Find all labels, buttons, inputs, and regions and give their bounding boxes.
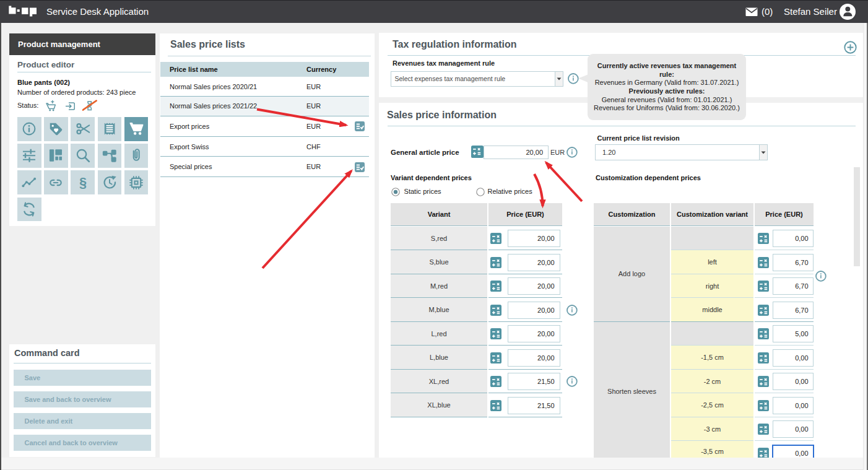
svg-text:§: § bbox=[79, 175, 87, 190]
